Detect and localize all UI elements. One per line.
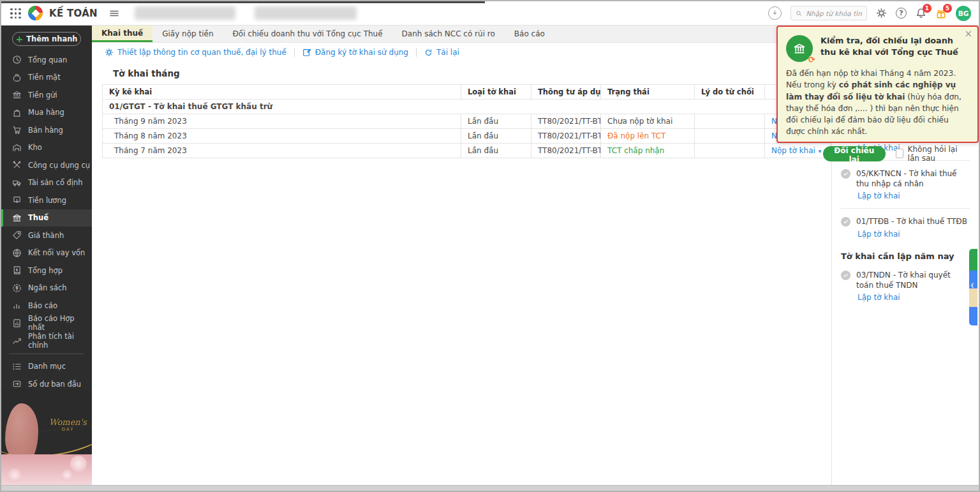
check-circle-icon: [841, 217, 850, 227]
table-header-row: Kỳ kê khai Loại tờ khai Thông tư áp dụng…: [103, 85, 831, 100]
reload-link[interactable]: Tải lại: [424, 48, 459, 57]
reconcile-button[interactable]: Đối chiếu lại: [823, 146, 886, 161]
dock-tab-green[interactable]: [969, 249, 977, 271]
status-cell: Chưa nộp tờ khai: [601, 114, 695, 129]
sales-cart-icon: [12, 125, 22, 135]
circular-cell: TT80/2021/TT-BTC: [531, 114, 601, 129]
flower-graphic: [8, 468, 22, 482]
tax-bank-icon: [12, 213, 22, 223]
check-circle-icon: [841, 271, 850, 280]
sidebar-item-kho[interactable]: Kho: [1, 139, 92, 157]
create-declaration-link[interactable]: Lập tờ khai: [858, 293, 970, 302]
redacted-branch-tab[interactable]: [255, 6, 357, 20]
main-content: Thiết lập thông tin cơ quan thuế, đại lý…: [92, 43, 831, 485]
type-cell: Lần đầu: [461, 144, 531, 158]
dont-ask-again-checkbox[interactable]: [896, 149, 903, 158]
tab-khai-thue[interactable]: Khai thuế: [92, 26, 152, 42]
close-icon[interactable]: ×: [964, 29, 972, 39]
top-dark-strip: [1, 1, 485, 3]
app-launcher-icon[interactable]: [9, 7, 22, 20]
womens-day-banner: Women's DAY: [1, 389, 92, 485]
cost-tag-icon: [12, 230, 22, 240]
flower-graphic: [61, 470, 73, 481]
sidebar-item-danh-muc[interactable]: Danh mục: [1, 358, 92, 376]
tab-danh-sach-ncc[interactable]: Danh sách NCC có rủi ro: [392, 26, 505, 42]
period-cell: Tháng 8 năm 2023: [103, 129, 461, 144]
search-input[interactable]: [806, 10, 862, 17]
sidebar-item-tien-gui[interactable]: Tiền gửi: [1, 86, 92, 104]
popup-title: Kiểm tra, đối chiếu lại doanh thu kê kha…: [820, 35, 969, 62]
declaration-task-item: 03/TNDN - Tờ khai quyết toán thuế TNDN: [841, 270, 970, 290]
download-icon[interactable]: [768, 6, 782, 20]
tab-giay-nop-tien[interactable]: Giấy nộp tiền: [152, 26, 223, 42]
create-declaration-link[interactable]: Lập tờ khai: [858, 191, 970, 200]
report-bars-icon: [12, 301, 22, 310]
sidebar-item-tong-hop[interactable]: Tổng hợp: [1, 262, 92, 280]
section-title: Tờ khai tháng: [113, 68, 831, 78]
tax-reconcile-icon: ⟳: [786, 35, 813, 62]
sidebar-item-mua-hang[interactable]: Mua hàng: [1, 104, 92, 122]
sidebar-item-gia-thanh[interactable]: Giá thành: [1, 227, 92, 244]
tools-icon: [12, 160, 22, 170]
tab-doi-chieu-doanh-thu[interactable]: Đối chiếu doanh thu với Tổng cục Thuế: [223, 26, 392, 42]
misa-logo-icon: [28, 6, 43, 20]
dock-tab-beige[interactable]: [969, 288, 977, 307]
hamburger-menu-icon[interactable]: [109, 8, 119, 19]
table-group-row[interactable]: 01/GTGT - Tờ khai thuế GTGT khấu trừ: [103, 100, 831, 114]
submit-declaration-link[interactable]: Nộp tờ khai: [771, 146, 815, 155]
dock-tab-blue-collapse[interactable]: ❮: [969, 271, 977, 288]
sidebar: + Thêm nhanh Tổng quan Tiền mặt Tiền gửi: [1, 26, 92, 485]
notifications-bell-icon[interactable]: 1: [916, 8, 926, 19]
chevron-down-icon[interactable]: ▾: [819, 148, 822, 154]
settings-gear-icon[interactable]: [876, 8, 887, 19]
sidebar-item-ngan-sach[interactable]: Ngân sách: [1, 280, 92, 297]
sidebar-divider: [9, 354, 84, 354]
overview-icon: [12, 55, 22, 64]
dock-tab-blue[interactable]: [969, 307, 977, 325]
declaration-task-item: 05/KK-TNCN - Tờ khai thuế thu nhập cá nh…: [841, 168, 970, 189]
dont-ask-again-label: Không hỏi lại lần sau: [908, 145, 969, 163]
promo-badge: 5: [943, 4, 952, 13]
notification-badge: 1: [923, 4, 932, 13]
quick-add-button[interactable]: + Thêm nhanh: [12, 32, 81, 46]
sidebar-item-phan-tich-tai-chinh[interactable]: Phân tích tài chính: [1, 332, 92, 350]
purchase-bag-icon: [12, 108, 22, 117]
redacted-company-tab[interactable]: [135, 6, 235, 20]
register-declaration-link[interactable]: Đăng ký tờ khai sử dụng: [302, 48, 408, 57]
sidebar-item-tai-san-co-dinh[interactable]: Tài sản cố định: [1, 174, 92, 192]
help-icon[interactable]: ?: [896, 8, 907, 19]
refresh-icon: [424, 48, 433, 57]
bottom-strip: [1, 485, 979, 491]
create-declaration-link[interactable]: Lập tờ khai: [858, 230, 970, 239]
promotions-gift-icon[interactable]: 5: [935, 8, 947, 19]
sidebar-item-tien-mat[interactable]: Tiền mặt: [1, 69, 92, 87]
sidebar-item-bao-cao[interactable]: Báo cáo: [1, 297, 92, 315]
sidebar-item-bao-cao-hop-nhat[interactable]: Báo cáo Hợp nhất: [1, 315, 92, 332]
status-cell: Đã nộp lên TCT: [601, 129, 695, 144]
type-cell: Lần đầu: [461, 114, 531, 129]
warehouse-icon: [12, 143, 22, 153]
sidebar-item-tong-quan[interactable]: Tổng quan: [1, 51, 92, 69]
sidebar-item-tien-luong[interactable]: Tiền lương: [1, 191, 92, 209]
app-window: KẾ TOÁN ? 1 5: [0, 0, 980, 492]
sidebar-item-thue[interactable]: Thuế: [1, 209, 92, 227]
category-list-icon: [12, 362, 22, 371]
sidebar-nav: Tổng quan Tiền mặt Tiền gửi Mua hàng Bán…: [1, 51, 92, 393]
sidebar-item-ket-noi-vay-von[interactable]: Kết nối vay vốn: [1, 244, 92, 262]
sidebar-item-ban-hang[interactable]: Bán hàng: [1, 121, 92, 139]
chevron-left-icon: ❮: [970, 283, 974, 288]
tab-bao-cao[interactable]: Báo cáo: [505, 26, 554, 42]
table-row: Tháng 7 năm 2023 Lần đầu TT80/2021/TT-BT…: [103, 144, 831, 158]
user-avatar[interactable]: BG: [956, 6, 971, 21]
cash-icon: [12, 73, 22, 82]
plus-icon: +: [15, 34, 23, 44]
tax-settings-link[interactable]: Thiết lập thông tin cơ quan thuế, đại lý…: [105, 48, 286, 57]
col-circular: Thông tư áp dụng: [531, 85, 601, 100]
circular-cell: TT80/2021/TT-BTC: [531, 144, 601, 158]
topbar: KẾ TOÁN ? 1 5: [1, 1, 979, 26]
app-title: KẾ TOÁN: [49, 8, 98, 19]
sidebar-item-cong-cu-dung-cu[interactable]: Công cụ dụng cụ: [1, 156, 92, 174]
side-dock: ❮: [969, 249, 977, 325]
reason-cell: [695, 129, 765, 144]
financial-analysis-icon: [12, 336, 22, 345]
